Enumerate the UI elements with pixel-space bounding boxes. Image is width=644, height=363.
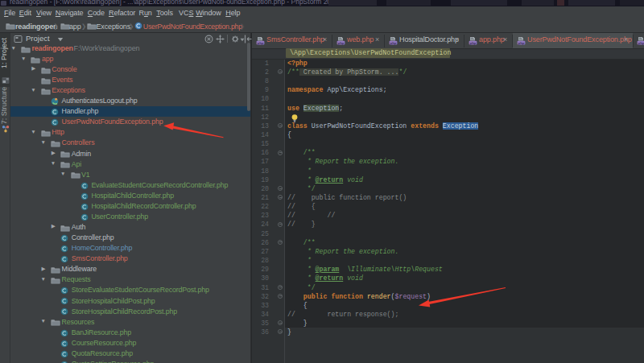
svg-text:php: php [390, 41, 396, 45]
svg-text:php: php [638, 41, 644, 45]
svg-text:php: php [518, 41, 524, 45]
svg-text:php: php [337, 41, 344, 45]
svg-text:php: php [257, 41, 263, 45]
svg-text:php: php [469, 41, 476, 45]
